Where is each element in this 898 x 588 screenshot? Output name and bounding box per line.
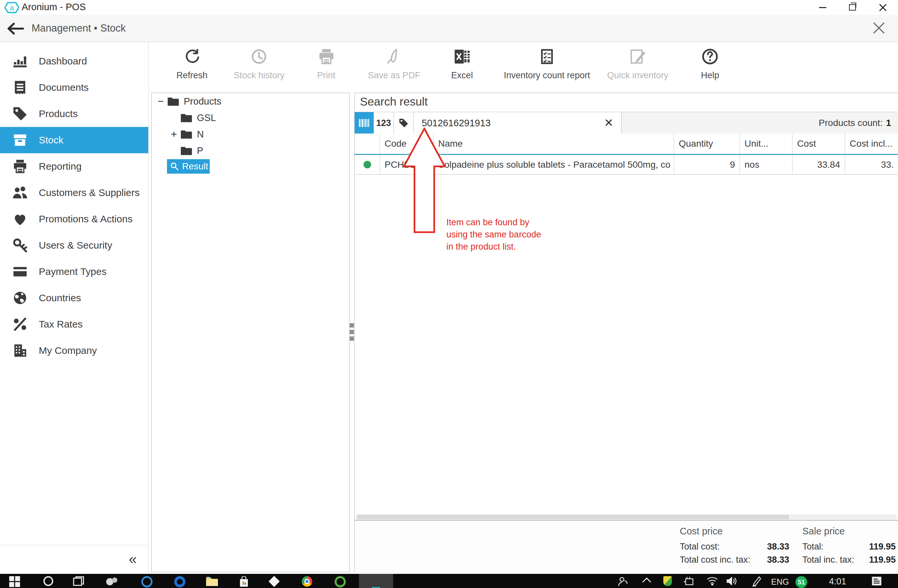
tray-antivirus-shield-icon[interactable]	[663, 576, 672, 586]
restore-button[interactable]	[838, 0, 867, 15]
print-button[interactable]: Print	[293, 42, 360, 80]
clock[interactable]: 4:01	[829, 577, 846, 587]
sidebar-item-users-security[interactable]: Users & Security	[0, 232, 148, 259]
countries-globe-icon	[12, 290, 28, 305]
back-arrow-icon[interactable]	[7, 23, 24, 34]
tray-overflow-chevron[interactable]	[642, 577, 651, 586]
sidebar-item-label: My Company	[39, 345, 97, 356]
clear-search-icon[interactable]: ✕	[602, 116, 615, 129]
cortana-search-icon[interactable]	[43, 576, 53, 586]
task-view-icon[interactable]	[73, 576, 84, 587]
tree-node-p[interactable]: P	[167, 142, 203, 159]
annotation-note: Item can be found by using the same barc…	[446, 216, 541, 253]
sale-total-inc-tax-value: 119.95	[841, 555, 896, 565]
tag-search-button[interactable]	[394, 112, 414, 134]
cell-cost-incl: 33.	[845, 155, 898, 174]
tree-node-result-selected[interactable]: Result	[167, 159, 210, 174]
col-status[interactable]	[355, 134, 380, 154]
col-cost[interactable]: Cost	[792, 134, 845, 154]
sidebar-item-promotions[interactable]: Promotions & Actions	[0, 206, 148, 232]
horizontal-scrollbar[interactable]	[357, 514, 896, 520]
barcode-icon	[358, 118, 370, 128]
close-window-button[interactable]	[868, 0, 898, 15]
tree-node-n[interactable]: + N	[167, 126, 204, 142]
tray-battery-badge[interactable]: 51	[795, 576, 807, 588]
sidebar-collapse-button[interactable]: «	[122, 549, 143, 569]
annotation-line: using the same barcode	[446, 229, 541, 241]
sidebar-item-label: Dashboard	[39, 55, 87, 67]
expand-node-icon[interactable]: +	[167, 128, 180, 140]
action-center-icon[interactable]	[871, 576, 882, 587]
search-icon	[170, 162, 179, 171]
stock-history-button[interactable]: Stock history	[225, 42, 293, 80]
stock-history-icon	[251, 48, 268, 65]
products-tag-icon	[12, 106, 28, 122]
sidebar-item-documents[interactable]: Documents	[0, 74, 148, 101]
sidebar-item-label: Promotions & Actions	[39, 214, 132, 225]
col-name[interactable]: Name	[434, 134, 674, 154]
toolbar-label: Print	[317, 70, 335, 80]
scrollbar-thumb[interactable]	[357, 515, 789, 519]
sale-price-title: Sale price	[802, 526, 845, 537]
app-icon-diamond[interactable]	[269, 576, 280, 587]
aronium-taskbar-icon[interactable]: a	[369, 587, 383, 588]
company-building-icon	[12, 343, 28, 358]
minimize-button[interactable]	[808, 0, 838, 15]
browser-green-e-icon[interactable]	[335, 576, 346, 587]
minimize-icon	[818, 3, 827, 12]
sidebar-item-my-company[interactable]: My Company	[0, 337, 148, 364]
breadcrumb: Management • Stock	[32, 22, 126, 34]
tree-node-label: Result	[182, 161, 208, 172]
col-unit[interactable]: Unit...	[740, 134, 792, 154]
sidebar-item-reporting[interactable]: Reporting	[0, 153, 148, 180]
sidebar-item-dashboard[interactable]: Dashboard	[0, 48, 148, 74]
aronium-logo-icon: a	[5, 2, 19, 13]
store-icon[interactable]	[238, 576, 249, 587]
tray-people-icon[interactable]	[618, 576, 628, 587]
file-explorer-icon[interactable]	[206, 576, 218, 587]
search-result-panel: Search result 123 5012616291913 ✕ Produc…	[354, 93, 898, 572]
col-quantity[interactable]: Quantity	[674, 134, 740, 154]
tray-pen-icon[interactable]	[751, 576, 761, 587]
help-button[interactable]: Help	[677, 42, 743, 80]
sidebar-item-label: Stock	[39, 134, 63, 146]
app-icon-gray[interactable]	[106, 576, 118, 587]
edge-icon[interactable]	[174, 576, 185, 587]
sidebar-item-products[interactable]: Products	[0, 101, 148, 127]
tray-power-plug-icon[interactable]	[683, 576, 694, 586]
table-row[interactable]: PCHD1003 Solpadeine plus soluble tablets…	[355, 155, 898, 175]
search-input[interactable]: 5012616291913 ✕	[414, 112, 621, 134]
tree-node-label: P	[197, 145, 203, 156]
start-button-icon[interactable]	[9, 576, 20, 587]
products-count-value: 1	[886, 118, 891, 128]
collapse-node-icon[interactable]: −	[154, 95, 167, 108]
numeric-search-button[interactable]: 123	[374, 112, 394, 134]
search-input-value: 5012616291913	[422, 118, 491, 129]
barcode-mode-button[interactable]	[355, 112, 374, 134]
close-view-icon[interactable]	[872, 21, 886, 35]
excel-button[interactable]: Excel	[429, 42, 495, 80]
cell-unit: nos	[740, 155, 792, 174]
inventory-count-report-button[interactable]: Inventory count report	[495, 42, 599, 80]
save-as-pdf-button[interactable]: Save as PDF	[360, 42, 429, 80]
sidebar-item-label: Tax Rates	[39, 319, 83, 330]
panel-splitter-handle[interactable]	[350, 323, 354, 341]
sidebar-item-countries[interactable]: Countries	[0, 285, 148, 311]
sidebar-item-customers-suppliers[interactable]: Customers & Suppliers	[0, 180, 148, 206]
tree-node-gsl[interactable]: GSL	[167, 109, 216, 126]
sidebar-item-tax-rates[interactable]: Tax Rates	[0, 311, 148, 337]
refresh-button[interactable]: Refresh	[159, 42, 225, 80]
window-title: Aronium - POS	[22, 2, 86, 12]
stock-box-icon	[12, 132, 28, 148]
chrome-icon[interactable]	[302, 576, 312, 587]
quick-inventory-button[interactable]: Quick inventory	[598, 42, 677, 80]
internet-explorer-icon[interactable]	[141, 576, 152, 587]
tray-volume-icon[interactable]	[726, 576, 738, 586]
tree-node-products[interactable]: − Products	[154, 93, 221, 109]
col-code[interactable]: Code	[380, 134, 434, 154]
sidebar-item-payment-types[interactable]: Payment Types	[0, 259, 148, 285]
language-indicator[interactable]: ENG	[771, 577, 789, 587]
tray-wifi-icon[interactable]	[707, 576, 718, 585]
col-cost-incl[interactable]: Cost incl...	[845, 134, 898, 154]
sidebar-item-stock[interactable]: Stock	[0, 127, 148, 153]
